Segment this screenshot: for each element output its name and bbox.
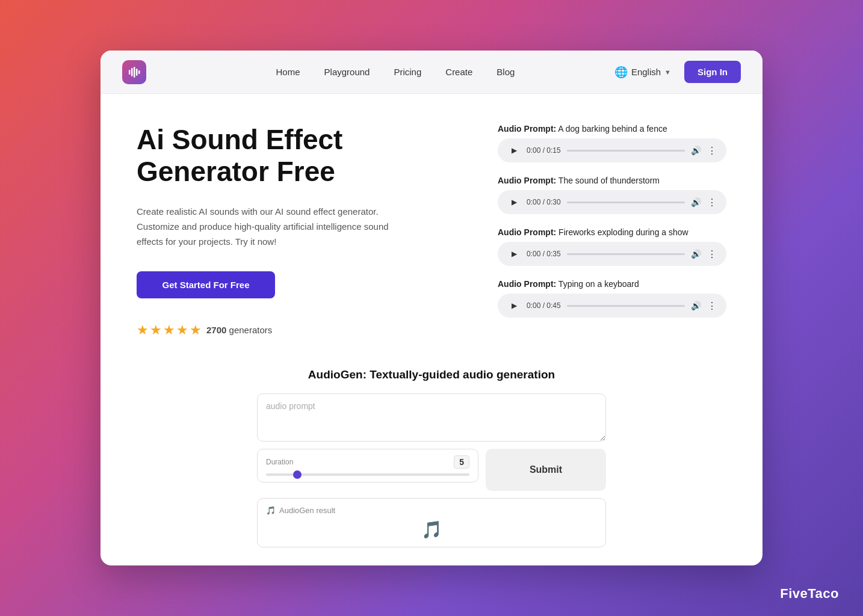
duration-top: Duration 5 bbox=[266, 455, 469, 469]
hero-title: Ai Sound Effect Generator Free bbox=[137, 124, 462, 188]
more-icon-3[interactable]: ⋮ bbox=[707, 248, 717, 260]
duration-slider[interactable] bbox=[266, 473, 469, 476]
rating-text: 2700 generators bbox=[206, 325, 272, 335]
globe-icon: 🌐 bbox=[614, 66, 628, 79]
audio-block-4: Audio Prompt: Typing on a keyboard ▶ 0:0… bbox=[498, 279, 726, 318]
music-icon-small: 🎵 bbox=[266, 506, 276, 515]
get-started-button[interactable]: Get Started For Free bbox=[137, 271, 275, 298]
more-icon-2[interactable]: ⋮ bbox=[707, 197, 717, 208]
more-icon-1[interactable]: ⋮ bbox=[707, 145, 717, 156]
submit-button[interactable]: Submit bbox=[486, 449, 606, 491]
footer-brand: FiveTaco bbox=[780, 586, 839, 602]
logo[interactable] bbox=[122, 60, 146, 84]
time-display-1: 0:00 / 0:15 bbox=[527, 146, 561, 155]
audio-block-2: Audio Prompt: The sound of thunderstorm … bbox=[498, 176, 726, 214]
audio-prompt-label-1: Audio Prompt: A dog barking behind a fen… bbox=[498, 124, 726, 134]
star-icons: ★★★★★ bbox=[137, 322, 203, 338]
result-label: 🎵 AudioGen result bbox=[266, 506, 335, 515]
audiogen-form: Duration 5 Submit 🎵 AudioGen result 🎵 bbox=[257, 393, 606, 547]
audiogen-title: AudioGen: Textually-guided audio generat… bbox=[308, 368, 555, 381]
duration-value: 5 bbox=[454, 455, 469, 469]
play-button-3[interactable]: ▶ bbox=[507, 247, 521, 260]
main-content: Ai Sound Effect Generator Free Create re… bbox=[101, 94, 762, 362]
logo-icon bbox=[122, 60, 146, 84]
audio-prompt-label-4: Audio Prompt: Typing on a keyboard bbox=[498, 279, 726, 289]
audiogen-result-block: 🎵 AudioGen result 🎵 bbox=[257, 498, 606, 547]
volume-icon-2[interactable]: 🔊 bbox=[691, 197, 701, 207]
progress-bar-1[interactable] bbox=[567, 150, 685, 152]
audio-player-4: ▶ 0:00 / 0:45 🔊 ⋮ bbox=[498, 294, 726, 318]
play-button-2[interactable]: ▶ bbox=[507, 196, 521, 209]
volume-icon-4[interactable]: 🔊 bbox=[691, 301, 701, 310]
audio-player-1: ▶ 0:00 / 0:15 🔊 ⋮ bbox=[498, 138, 726, 162]
chevron-down-icon: ▼ bbox=[664, 69, 671, 76]
nav-home[interactable]: Home bbox=[276, 64, 300, 79]
audiogen-section: AudioGen: Textually-guided audio generat… bbox=[101, 362, 762, 565]
audio-player-3: ▶ 0:00 / 0:35 🔊 ⋮ bbox=[498, 242, 726, 266]
svg-rect-1 bbox=[131, 68, 133, 76]
audio-block-3: Audio Prompt: Fireworks exploding during… bbox=[498, 227, 726, 266]
time-display-2: 0:00 / 0:30 bbox=[527, 198, 561, 206]
audio-block-1: Audio Prompt: A dog barking behind a fen… bbox=[498, 124, 726, 162]
nav: Home Playground Pricing Create Blog bbox=[182, 64, 608, 79]
svg-rect-0 bbox=[129, 70, 131, 75]
progress-bar-4[interactable] bbox=[567, 305, 685, 307]
sign-in-button[interactable]: Sign In bbox=[684, 61, 741, 83]
volume-icon-3[interactable]: 🔊 bbox=[691, 249, 701, 259]
progress-bar-2[interactable] bbox=[567, 202, 685, 203]
time-display-3: 0:00 / 0:35 bbox=[527, 250, 561, 258]
audio-prompt-input[interactable] bbox=[257, 393, 606, 442]
audio-prompts-section: Audio Prompt: A dog barking behind a fen… bbox=[498, 124, 726, 337]
play-button-1[interactable]: ▶ bbox=[507, 144, 521, 157]
audio-player-2: ▶ 0:00 / 0:30 🔊 ⋮ bbox=[498, 190, 726, 214]
nav-playground[interactable]: Playground bbox=[324, 64, 370, 79]
svg-rect-2 bbox=[134, 67, 135, 78]
language-selector[interactable]: 🌐 English ▼ bbox=[608, 62, 677, 82]
main-card: Home Playground Pricing Create Blog 🌐 En… bbox=[101, 51, 762, 565]
hero-section: Ai Sound Effect Generator Free Create re… bbox=[137, 124, 474, 337]
nav-blog[interactable]: Blog bbox=[496, 64, 515, 79]
hero-description: Create realistic AI sounds with our AI s… bbox=[137, 205, 389, 249]
duration-block: Duration 5 bbox=[257, 449, 478, 482]
volume-icon-1[interactable]: 🔊 bbox=[691, 146, 701, 155]
progress-bar-3[interactable] bbox=[567, 253, 685, 255]
audio-prompt-label-3: Audio Prompt: Fireworks exploding during… bbox=[498, 227, 726, 237]
nav-create[interactable]: Create bbox=[445, 64, 472, 79]
language-label: English bbox=[631, 67, 661, 77]
rating-row: ★★★★★ 2700 generators bbox=[137, 322, 462, 338]
svg-rect-3 bbox=[136, 69, 138, 76]
more-icon-4[interactable]: ⋮ bbox=[707, 300, 717, 312]
music-note-icon: 🎵 bbox=[421, 520, 442, 540]
form-row: Duration 5 Submit bbox=[257, 449, 606, 491]
svg-rect-4 bbox=[138, 70, 140, 74]
time-display-4: 0:00 / 0:45 bbox=[527, 301, 561, 310]
play-button-4[interactable]: ▶ bbox=[507, 299, 521, 312]
header-right: 🌐 English ▼ Sign In bbox=[608, 61, 741, 83]
nav-pricing[interactable]: Pricing bbox=[394, 64, 421, 79]
audio-prompt-label-2: Audio Prompt: The sound of thunderstorm bbox=[498, 176, 726, 185]
duration-label: Duration bbox=[266, 458, 293, 466]
header: Home Playground Pricing Create Blog 🌐 En… bbox=[101, 51, 762, 94]
